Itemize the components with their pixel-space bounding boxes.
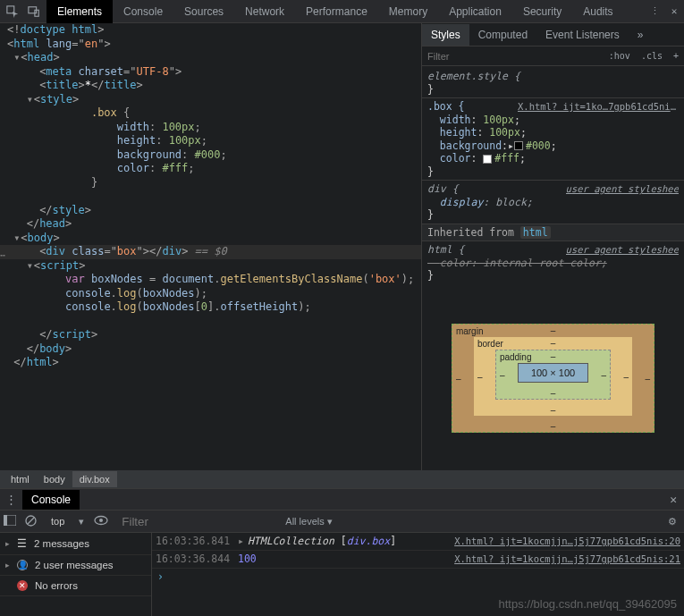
box-model-diagram[interactable]: margin –––– border –––– padding –––– 100…: [422, 286, 684, 471]
tab-memory[interactable]: Memory: [378, 0, 438, 23]
chevron-right-icon: ▸: [5, 539, 10, 548]
chevron-down-icon: ▾: [79, 516, 84, 527]
drawer-tab-console[interactable]: Console: [22, 490, 80, 510]
drawer-kebab-icon[interactable]: ⋮: [0, 493, 22, 506]
sidebar-item-messages[interactable]: ▸☰2 messages: [0, 533, 151, 555]
sidebar-item-no-errors[interactable]: ▸✕No errors: [0, 576, 151, 596]
devtools-top-tabs: Elements Console Sources Network Perform…: [0, 0, 684, 23]
sidebar-item-user-messages[interactable]: ▸👤2 user messages: [0, 555, 151, 576]
kebab-icon[interactable]: ⋮: [645, 2, 664, 21]
tab-elements[interactable]: Elements: [46, 0, 113, 23]
element-style-label: element.style {: [427, 70, 520, 82]
tab-sources[interactable]: Sources: [173, 0, 234, 23]
breadcrumb: html body div.box: [0, 470, 684, 488]
inherited-tag[interactable]: html: [520, 226, 551, 239]
tab-application[interactable]: Application: [438, 0, 512, 23]
color-swatch-icon[interactable]: [514, 141, 523, 150]
console-drawer-header: ⋮ Console ✕: [0, 488, 684, 510]
console-toolbar: top ▾ All levels ▾ ⚙: [0, 510, 684, 533]
context-selector[interactable]: top: [46, 516, 70, 527]
close-devtools-icon[interactable]: ✕: [664, 2, 684, 21]
box-model-content: 100 × 100: [518, 363, 588, 383]
chevron-right-icon: ▸: [5, 561, 10, 570]
rule-source-link[interactable]: X.html? ijt=1ko…7gpb61cd5nis:: [518, 100, 679, 114]
more-tabs-icon[interactable]: »: [629, 24, 653, 46]
console-settings-icon[interactable]: ⚙: [668, 516, 680, 527]
drawer-close-icon[interactable]: ✕: [663, 493, 684, 506]
log-timestamp: 16:03:36.841: [156, 535, 238, 548]
styles-rules[interactable]: element.style { } X.html? ijt=1ko…7gpb61…: [422, 66, 684, 286]
error-icon: ✕: [17, 580, 28, 591]
log-source-link[interactable]: X.html? ijt=1kocmjjn…j5j77gpb61cd5nis:20: [454, 535, 680, 548]
elements-tree[interactable]: ⋯ <!doctype html> <html lang="en"> ▾<hea…: [0, 23, 421, 470]
log-timestamp: 16:03:36.844: [156, 553, 238, 566]
live-expression-icon[interactable]: [93, 515, 109, 527]
selection-marker: ⋯: [0, 249, 5, 263]
new-rule-icon[interactable]: +: [668, 51, 684, 61]
tab-network[interactable]: Network: [234, 0, 295, 23]
crumb-div[interactable]: div.box: [72, 471, 117, 487]
user-icon: 👤: [17, 560, 28, 570]
chevron-down-icon: ▾: [327, 516, 333, 527]
crumb-html[interactable]: html: [4, 471, 37, 487]
tab-console[interactable]: Console: [113, 0, 173, 23]
console-output[interactable]: 16:03:36.841 ▸HTMLCollection [div.box] X…: [152, 533, 684, 616]
clear-console-icon[interactable]: [25, 515, 37, 528]
expand-arrow-icon[interactable]: ▸: [238, 535, 244, 547]
subtab-computed[interactable]: Computed: [469, 24, 536, 46]
list-icon: ☰: [17, 537, 27, 550]
color-swatch-icon[interactable]: [483, 155, 492, 164]
hov-toggle[interactable]: :hov: [604, 51, 636, 61]
subtab-styles[interactable]: Styles: [422, 24, 469, 46]
crumb-body[interactable]: body: [37, 471, 72, 487]
styles-sidebar: Styles Computed Event Listeners » :hov .…: [421, 23, 684, 470]
svg-line-6: [28, 518, 34, 524]
log-levels-dropdown[interactable]: All levels ▾: [285, 516, 659, 527]
log-source-link[interactable]: X.html? ijt=1kocmjjn…j5j77gpb61cd5nis:21: [454, 553, 680, 566]
console-prompt[interactable]: ›: [152, 569, 684, 585]
tab-audits[interactable]: Audits: [572, 0, 623, 23]
svg-rect-4: [4, 515, 7, 526]
console-filter-input[interactable]: [118, 515, 276, 528]
log-row[interactable]: 16:03:36.844 100 X.html? ijt=1kocmjjn…j5…: [152, 551, 684, 569]
tab-performance[interactable]: Performance: [295, 0, 378, 23]
tab-security[interactable]: Security: [512, 0, 572, 23]
svg-point-8: [99, 519, 103, 522]
styles-filter-input[interactable]: [422, 51, 604, 62]
log-row[interactable]: 16:03:36.841 ▸HTMLCollection [div.box] X…: [152, 533, 684, 551]
cls-toggle[interactable]: .cls: [636, 51, 668, 61]
subtab-event-listeners[interactable]: Event Listeners: [536, 24, 629, 46]
console-sidebar: ▸☰2 messages ▸👤2 user messages ▸✕No erro…: [0, 533, 152, 616]
inspect-element-icon[interactable]: [5, 4, 20, 19]
sidebar-toggle-icon[interactable]: [4, 515, 16, 527]
device-toolbar-icon[interactable]: [27, 4, 41, 19]
